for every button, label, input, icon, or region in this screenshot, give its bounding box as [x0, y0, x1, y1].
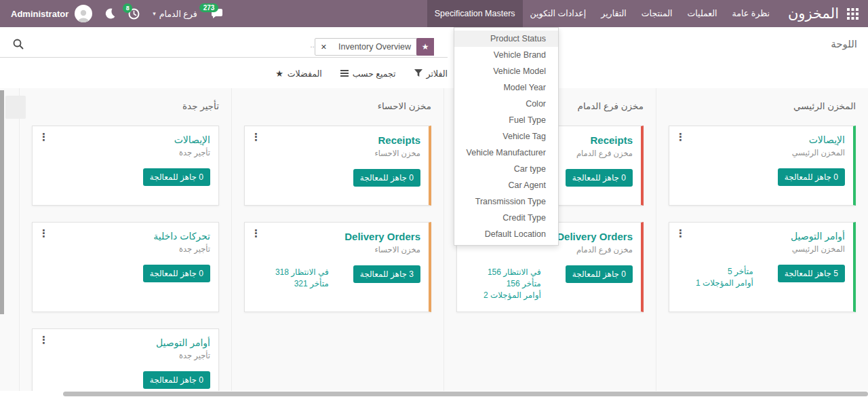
nav-menu-item-نظرة-عامة[interactable]: نظرة عامة — [725, 0, 777, 27]
dropdown-item-credit-type[interactable]: Credit Type — [454, 210, 558, 226]
card-stats: 318 في الانتظار321 متأخر — [275, 265, 329, 290]
card-action-row: 0 جاهز للمعالجة — [677, 168, 845, 186]
chevron-down-icon: ▾ — [153, 10, 156, 17]
card-menu-button[interactable]: ⋮ — [251, 132, 261, 142]
card-action-row: 3 جاهز للمعالجة318 في الانتظار321 متأخر — [253, 265, 420, 290]
folded-column-stub[interactable] — [5, 96, 26, 119]
kanban-column-المخزن-الرئيسي: المخزن الرئيسي⋮الإيصالاتالمخزن الرئيسي0 … — [656, 88, 868, 391]
filters-button[interactable]: الفلاتر — [414, 69, 448, 79]
dropdown-item-fuel-type[interactable]: Fuel Type — [454, 112, 558, 128]
card-menu-button[interactable]: ⋮ — [39, 228, 49, 238]
ready-to-process-button[interactable]: 0 جاهز للمعالجة — [353, 169, 420, 187]
apps-grid-button[interactable] — [842, 0, 868, 27]
card-subtitle: تأجير جدة — [41, 351, 210, 360]
card-menu-button[interactable]: ⋮ — [251, 228, 261, 238]
specification-dropdown: Product StatusVehicle BrandVehicle Model… — [454, 27, 559, 246]
kanban-card: ⋮الإيصالاتتأجير جدة0 جاهز للمعالجة — [32, 126, 219, 206]
dropdown-item-vehicle-manufacturer[interactable]: Vehicle Manufacturer — [454, 145, 558, 161]
user-menu[interactable]: Administrator — [11, 5, 92, 22]
facet-remove-button[interactable]: ✕ — [315, 39, 332, 55]
ready-to-process-button[interactable]: 5 جاهز للمعالجة — [778, 265, 845, 282]
filter-funnel-icon — [414, 69, 422, 77]
card-stats: 156 في الانتظار156 متأخر2 أوامر المؤجلات — [484, 265, 541, 301]
card-menu-button[interactable]: ⋮ — [675, 228, 686, 238]
nav-menu-item-التقارير[interactable]: التقارير — [593, 0, 634, 27]
favorites-button[interactable]: المفضلات ★ — [275, 69, 322, 79]
card-menu-button[interactable]: ⋮ — [675, 132, 686, 142]
ready-to-process-button[interactable]: 0 جاهز للمعالجة — [566, 265, 633, 283]
card-action-row: 0 جاهز للمعالجة — [253, 169, 420, 187]
card-title-link[interactable]: أوامر التوصيل — [677, 231, 845, 242]
horizontal-scrollbar-track — [0, 391, 868, 397]
dropdown-item-car-agent[interactable]: Car Agent — [454, 177, 558, 193]
card-menu-button[interactable]: ⋮ — [39, 132, 49, 142]
dropdown-item-vehicle-model[interactable]: Vehicle Model — [454, 63, 558, 79]
card-stat-link[interactable]: 156 في الانتظار — [484, 267, 541, 278]
ready-to-process-button[interactable]: 0 جاهز للمعالجة — [143, 265, 210, 282]
card-title-link[interactable]: Delivery Orders — [253, 231, 420, 242]
dropdown-item-vehicle-tag[interactable]: Vehicle Tag — [454, 128, 558, 145]
card-action-row: 0 جاهز للمعالجة — [41, 371, 210, 389]
ready-to-process-button[interactable]: 0 جاهز للمعالجة — [143, 168, 210, 186]
column-title: تأجير جدة — [32, 100, 219, 111]
column-title: مخزن الاحساء — [244, 100, 431, 111]
dropdown-item-model-year[interactable]: Model Year — [454, 79, 558, 96]
dropdown-item-transmission-type[interactable]: Transmission Type — [454, 193, 558, 210]
card-action-row: 0 جاهز للمعالجة — [41, 265, 210, 282]
dropdown-item-default-location[interactable]: Default Location — [454, 226, 558, 242]
card-title-link[interactable]: الإيصالات — [677, 134, 845, 145]
activities-count-badge: 8 — [123, 3, 132, 13]
card-subtitle: المخزن الرئيسي — [677, 148, 845, 157]
activities-button[interactable]: 8 — [128, 8, 140, 20]
nav-menu-item-specification-masters[interactable]: Specification Masters — [427, 0, 523, 27]
messages-button[interactable]: 273 — [210, 8, 223, 20]
dark-mode-button[interactable] — [105, 8, 115, 19]
card-stat-link[interactable]: 5 متأخر — [696, 266, 753, 278]
dropdown-item-car-type[interactable]: Car type — [454, 161, 558, 177]
kanban-card: ⋮Receiptsمخزن الاحساء0 جاهز للمعالجة — [244, 126, 431, 206]
dropdown-item-product-status[interactable]: Product Status — [454, 31, 558, 47]
facet-star-icon: ★ — [416, 38, 434, 56]
navbar-right-group: المخزون نظرة عامةالعملياتالمنتجاتالتقاري… — [427, 0, 868, 27]
card-stat-link[interactable]: 1 أوامر المؤجلات — [696, 278, 753, 289]
card-title-link[interactable]: الإيصالات — [41, 134, 210, 145]
card-stat-link[interactable]: 321 متأخر — [275, 278, 329, 290]
user-name: Administrator — [11, 9, 68, 19]
card-action-row: 0 جاهز للمعالجة — [41, 168, 210, 186]
ready-to-process-button[interactable]: 3 جاهز للمعالجة — [353, 265, 420, 283]
navbar-menu: نظرة عامةالعملياتالمنتجاتالتقاريرإعدادات… — [427, 0, 777, 27]
card-stat-link[interactable]: 156 متأخر — [484, 278, 541, 290]
kanban-board: المخزن الرئيسي⋮الإيصالاتالمخزن الرئيسي0 … — [0, 88, 868, 391]
ready-to-process-button[interactable]: 0 جاهز للمعالجة — [143, 371, 210, 389]
card-stat-link[interactable]: 2 أوامر المؤجلات — [484, 290, 541, 301]
ready-to-process-button[interactable]: 0 جاهز للمعالجة — [566, 169, 633, 187]
card-title-link[interactable]: تحركات داخلية — [41, 231, 210, 242]
kanban-card: ⋮تحركات داخليةتأجير جدة0 جاهز للمعالجة — [32, 222, 219, 312]
group-by-icon — [340, 69, 349, 78]
dropdown-item-color[interactable]: Color — [454, 96, 558, 112]
card-subtitle: تأجير جدة — [41, 148, 210, 157]
control-panel: اللوحة ★ Inventory Overview ✕ الفلاتر تج… — [0, 27, 868, 89]
favorites-label: المفضلات — [288, 69, 322, 79]
app-title[interactable]: المخزون — [788, 5, 839, 22]
star-icon: ★ — [275, 69, 283, 79]
apps-grid-icon — [847, 8, 859, 20]
card-subtitle: المخزن الرئيسي — [677, 244, 845, 254]
kanban-card: ⋮أوامر التوصيلتأجير جدة0 جاهز للمعالجة — [32, 328, 219, 391]
nav-menu-item-العمليات[interactable]: العمليات — [680, 0, 725, 27]
dropdown-item-vehicle-brand[interactable]: Vehicle Brand — [454, 47, 558, 63]
navbar-left-group: 273 فرع الدمام ▾ 8 Administ — [0, 5, 223, 22]
group-by-button[interactable]: تجميع حسب — [340, 69, 396, 79]
nav-menu-item-المنتجات[interactable]: المنتجات — [634, 0, 680, 27]
branch-selector[interactable]: فرع الدمام ▾ — [153, 9, 197, 19]
kanban-card: ⋮أوامر التوصيلالمخزن الرئيسي5 جاهز للمعا… — [669, 222, 856, 312]
card-menu-button[interactable]: ⋮ — [39, 335, 49, 345]
card-action-row: 5 جاهز للمعالجة5 متأخر1 أوامر المؤجلات — [677, 265, 845, 289]
horizontal-scrollbar-thumb[interactable] — [63, 392, 868, 396]
filters-label: الفلاتر — [427, 69, 448, 79]
card-title-link[interactable]: أوامر التوصيل — [41, 337, 210, 348]
ready-to-process-button[interactable]: 0 جاهز للمعالجة — [778, 168, 845, 186]
nav-menu-item-إعدادات-التكوين[interactable]: إعدادات التكوين — [523, 0, 594, 27]
card-title-link[interactable]: Receipts — [253, 134, 420, 146]
card-stat-link[interactable]: 318 في الانتظار — [275, 267, 329, 278]
